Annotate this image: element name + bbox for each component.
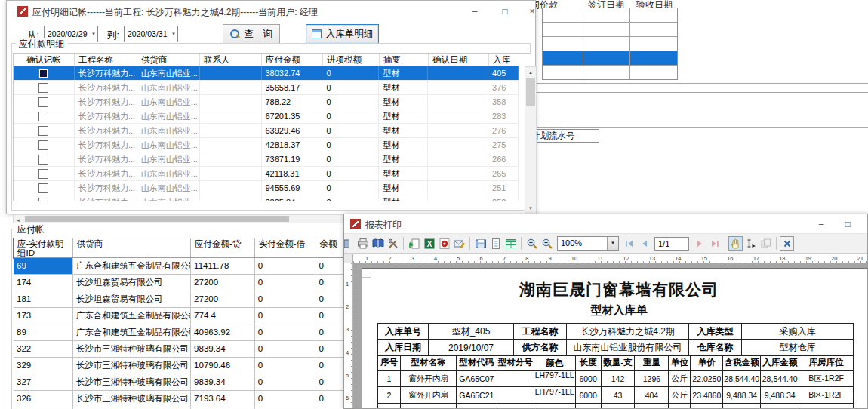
close-preview-icon[interactable] [780, 236, 794, 251]
app-icon [17, 6, 28, 17]
col-header-tax[interactable]: 进项税额 [323, 54, 380, 66]
vertical-ruler-numbers: 123456 [346, 281, 349, 401]
report-detail-table: 序号 型材名称 型材代码 型材分号 颜色 长度 数量-支 重量 单位 单价 含税… [377, 355, 854, 409]
mail-export-icon[interactable] [452, 236, 466, 251]
col-header-summary[interactable]: 摘要 [380, 54, 429, 66]
hand-pan-tool-icon[interactable] [728, 236, 743, 251]
col-header-supplier[interactable]: 供货商 [137, 54, 200, 66]
page-indicator-input[interactable]: 1/1 [654, 237, 689, 251]
text-select-tool-icon[interactable] [743, 236, 758, 251]
table-row[interactable]: 长沙万科魅力... 山东南山铝业... 42118.31 0 型材 265 [14, 167, 519, 181]
export-icon[interactable] [407, 236, 421, 251]
table-row[interactable]: 长沙万科魅力... 山东南山铝业... 3895.84 0 型材 252 [14, 195, 519, 201]
app-icon [350, 219, 361, 229]
last-page-icon[interactable] [707, 236, 722, 251]
zoom-in-icon[interactable] [525, 236, 539, 251]
report-company-name: 湖南巨晟门窗幕墙有限公司 [362, 279, 868, 300]
scrollbar-thumb[interactable] [526, 78, 535, 106]
vertical-scrollbar[interactable]: ▲ ▼ [525, 66, 537, 214]
col-header-supplier[interactable]: 供货商 [73, 238, 191, 257]
vertical-ruler: 123456 [344, 263, 353, 409]
w1-title: 应付明细记帐------当前工程: 长沙万科魅力之城4.2期------当前用户… [32, 6, 318, 19]
w1-table-body: 长沙万科魅力... 山东南山铝业... 38032.74 0 型材 405 长沙… [13, 66, 519, 201]
pdf-export-icon[interactable] [437, 236, 451, 251]
to-date-combo[interactable]: 2020/03/31 ▼ [124, 26, 178, 42]
table-row[interactable]: 长沙万科魅力... 山东南山铝业... 788.22 0 型材 358 [14, 95, 519, 109]
copy-pages-icon[interactable] [759, 236, 773, 251]
w3-titlebar[interactable]: 报表打印 – □ × [344, 214, 867, 234]
scroll-up-icon[interactable]: ▲ [525, 69, 536, 76]
horizontal-ruler: 123456789101112131415161718192021 [353, 254, 868, 263]
book-icon[interactable] [371, 236, 385, 251]
w1-table-header: 确认记帐 工程名称 供货商 联系人 应付金额 进项税额 摘要 确认日期 入库 [13, 53, 531, 66]
checkbox[interactable] [38, 83, 48, 93]
save-icon[interactable] [473, 236, 488, 251]
search-icon [230, 29, 239, 38]
col-header-confirm-date[interactable]: 确认日期 [429, 54, 489, 66]
col-header-project[interactable]: 工程名称 [75, 54, 137, 66]
zoom-out-icon[interactable] [540, 236, 554, 251]
inbound-detail-button[interactable]: 入库单明细 [306, 24, 379, 44]
checkbox[interactable] [38, 140, 48, 150]
checkbox[interactable] [38, 169, 48, 179]
report-detail-row: 1 窗外开内扇 GA65C07 LH797-1LL 6000 142 1296 … [378, 371, 853, 387]
to-label: 到: [107, 29, 119, 42]
ruler-corner [344, 254, 353, 263]
scrollbar-thumb[interactable] [25, 216, 289, 222]
checkbox[interactable] [38, 97, 48, 107]
multi-page-icon[interactable] [503, 236, 518, 251]
checkbox[interactable] [38, 126, 48, 136]
w2-group-label: 应付帐 [14, 223, 48, 236]
zoom-level-combo[interactable]: 100% ▼ [557, 236, 619, 251]
checkbox[interactable] [38, 69, 48, 78]
screen: 同价款 签订日期 验收日期 计划流水号 应付明细记帐------当前工程: 长沙… [0, 0, 868, 409]
table-row[interactable]: 长沙万科魅力... 山东南山铝业... 63929.46 0 型材 276 [14, 124, 519, 138]
table-row[interactable]: 长沙万科魅力... 山东南山铝业... 38032.74 0 型材 405 [14, 66, 519, 81]
col-header-confirm[interactable]: 确认记帐 [14, 54, 75, 66]
payable-detail-window: 应付明细记帐------当前工程: 长沙万科魅力之城4.2期------当前用户… [6, 0, 536, 214]
table-row[interactable]: 长沙万科魅力... 山东南山铝业... 94555.69 0 型材 251 [14, 181, 519, 195]
close-button[interactable]: × [522, 3, 543, 19]
excel-export-icon[interactable]: X [422, 236, 436, 251]
single-page-icon[interactable] [488, 236, 503, 251]
col-header-inbound[interactable]: 入库 [489, 54, 519, 66]
scroll-left-icon[interactable]: ◄ [16, 217, 20, 224]
table-row[interactable]: 长沙万科魅力... 山东南山铝业... 35658.17 0 型材 376 [14, 81, 519, 95]
col-header-credit[interactable]: 应付金额-贷 [191, 238, 255, 257]
chevron-down-icon: ▼ [607, 237, 618, 250]
col-header-amount[interactable]: 应付金额 [262, 54, 323, 66]
checkbox[interactable] [38, 183, 48, 193]
report-form-title: 型材入库单 [362, 303, 868, 318]
report-print-window: 报表打印 – □ × X [343, 214, 868, 409]
w3-title: 报表打印 [365, 219, 402, 232]
print-icon[interactable] [356, 236, 370, 251]
col-header-debit[interactable]: 实付金额-借 [255, 238, 316, 257]
report-info-row: 入库单号 型材_405 工程名称 长沙万科魅力之城4.2期 入库类型 采购入库 [378, 324, 853, 340]
table-row[interactable]: 长沙万科魅力... 山东南山铝业... 42818.37 0 型材 275 [14, 138, 519, 152]
previous-page-icon[interactable] [637, 236, 651, 251]
minimize-button[interactable]: – [811, 216, 832, 232]
close-button[interactable]: × [862, 216, 868, 232]
next-page-icon[interactable] [692, 236, 706, 251]
plan-serial-label: 计划流水号 [533, 129, 599, 143]
query-button[interactable]: 查 询 [223, 24, 280, 44]
scroll-down-icon[interactable]: ▼ [525, 204, 536, 212]
report-page[interactable]: 湖南巨晟门窗幕墙有限公司 型材入库单 入库单号 型材_405 工程名称 长沙万科… [362, 268, 868, 409]
form-icon [312, 29, 322, 38]
table-row[interactable]: 长沙万科魅力... 山东南山铝业... 73671.19 0 型材 266 [14, 152, 519, 167]
bg-selected-row [543, 51, 677, 66]
first-page-icon[interactable] [622, 236, 636, 251]
checkbox[interactable] [38, 112, 48, 121]
col-header-contact[interactable]: 联系人 [200, 54, 262, 66]
checkbox[interactable] [38, 155, 48, 165]
col-header-detail-id[interactable]: 应-实付款明细ID [14, 238, 73, 257]
print-preview-canvas[interactable]: 湖南巨晟门窗幕墙有限公司 型材入库单 入库单号 型材_405 工程名称 长沙万科… [353, 263, 868, 409]
settings-tools-icon[interactable] [386, 236, 400, 251]
maximize-button[interactable]: □ [837, 216, 858, 232]
minimize-button[interactable]: – [464, 3, 485, 19]
checkbox[interactable] [38, 198, 48, 201]
clipped-toolbar-icon[interactable] [343, 236, 349, 251]
w1-titlebar[interactable]: 应付明细记帐------当前工程: 长沙万科魅力之城4.2期------当前用户… [7, 1, 535, 22]
table-row[interactable]: 长沙万科魅力... 山东南山铝业... 67201.35 0 型材 283 [14, 109, 519, 124]
maximize-button[interactable]: □ [494, 3, 516, 19]
